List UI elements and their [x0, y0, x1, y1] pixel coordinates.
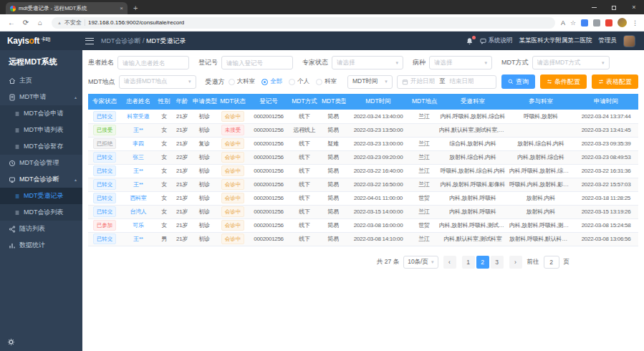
radio-dept[interactable]: 科室: [316, 77, 337, 86]
bookmark-star-icon[interactable]: ☆: [570, 19, 576, 27]
table-row[interactable]: 已拒绝李四女21岁复诊会诊中0002001256线下疑难2022-03-23 1…: [88, 137, 638, 150]
sidebar-item-label: MDT受邀记录: [24, 191, 64, 201]
settings-gear-icon[interactable]: [7, 338, 15, 346]
user-role[interactable]: 管理员: [599, 37, 617, 45]
security-warning-label[interactable]: 不安全: [64, 19, 82, 27]
radio-icon: [261, 79, 268, 85]
home-icon: [9, 77, 16, 85]
page-button-3[interactable]: 3: [491, 256, 504, 269]
pager-pages: 123: [461, 256, 504, 269]
condition-config-button[interactable]: 条件配置: [540, 74, 587, 89]
sidebar-item-mdt-invite-records[interactable]: MDT受邀记录: [0, 188, 82, 204]
mdt-status-badge: 会诊中: [221, 193, 245, 203]
patient-name-link[interactable]: 王**: [133, 168, 143, 174]
sidebar-item-home[interactable]: 主页: [0, 72, 82, 89]
security-warning-icon[interactable]: ▲: [57, 21, 62, 25]
url-text[interactable]: 192.168.0.156:9002/consultale/record: [88, 19, 184, 26]
logo-cn-text: 卡晤: [41, 37, 50, 42]
patient-name-link[interactable]: 科室受邀: [128, 113, 150, 120]
browser-tab[interactable]: mdt受邀记录 - 远程MDT系统 ×: [6, 2, 128, 14]
mdt-status-badge: 会诊中: [221, 179, 245, 190]
browser-menu-icon[interactable]: ⋮: [632, 19, 638, 27]
reload-icon[interactable]: ⟳: [20, 19, 32, 27]
sidebar-item-followup-list[interactable]: 随访列表: [0, 221, 82, 237]
table-config-button[interactable]: 表格配置: [592, 74, 638, 89]
patient-name-link[interactable]: 可乐: [133, 222, 143, 229]
minimize-button[interactable]: [584, 0, 604, 14]
close-window-button[interactable]: ×: [624, 0, 644, 14]
sidebar-item-mdt-apply[interactable]: MDT申请 ▴: [0, 89, 82, 105]
filter-invitee: 受邀方 大科室 全部 个人 科室: [206, 77, 344, 87]
records-table: 专家状态患者姓名性别年龄申请类型MDT状态登记号MDT方式MDT类型MDT时间M…: [88, 94, 638, 246]
patient-name-link[interactable]: 王**: [133, 181, 143, 188]
mdt-time-field-select[interactable]: MDT时间 ▾: [347, 75, 393, 89]
page-size-select[interactable]: 10条/页 ▾: [403, 256, 438, 269]
user-avatar[interactable]: [623, 35, 635, 47]
radio-personal[interactable]: 个人: [289, 77, 309, 86]
patient-name-link[interactable]: 王**: [133, 127, 143, 133]
breadcrumb-parent[interactable]: MDT会诊诊断: [101, 37, 141, 44]
sidebar-item-mdt-consult-apply[interactable]: MDT会诊申请: [0, 105, 82, 122]
page-button-2[interactable]: 2: [476, 256, 489, 269]
mdt-mode-select[interactable]: 请选择MDT方式 ▾: [532, 56, 610, 69]
sidebar-item-mdt-draft[interactable]: MDT会诊暂存: [0, 138, 82, 155]
extension-icon[interactable]: [605, 19, 612, 27]
extension-icon[interactable]: [581, 19, 588, 27]
radio-big-dept[interactable]: 大科室: [229, 77, 256, 86]
patient-name-link[interactable]: 李四: [133, 140, 143, 147]
patient-name-link[interactable]: 西科室: [130, 195, 146, 201]
search-button[interactable]: 查询: [501, 74, 535, 89]
next-page-button[interactable]: ›: [509, 256, 522, 269]
patient-name-link[interactable]: 张三: [133, 154, 143, 160]
maximize-button[interactable]: [604, 0, 624, 14]
back-icon[interactable]: ←: [6, 19, 17, 27]
mdt-place-select[interactable]: 请选择MDT地点 ▾: [119, 75, 196, 89]
sliders-icon: [598, 79, 604, 85]
disease-select[interactable]: 请选择 ▾: [429, 56, 492, 69]
table-row[interactable]: 已转交科室受邀女21岁初诊会诊中0002001256线下简易2022-03-24…: [88, 110, 638, 123]
sidebar-item-statistics[interactable]: 数据统计: [0, 237, 82, 254]
mdt-status-badge: 会诊中: [221, 138, 245, 149]
column-header: 患者姓名: [121, 94, 155, 110]
expert-status-select[interactable]: 请选择 ▾: [332, 56, 403, 69]
extension-icon[interactable]: [593, 19, 600, 27]
patient-name-link[interactable]: 王**: [133, 236, 143, 242]
browser-profile-avatar[interactable]: [617, 18, 627, 27]
system-note-button[interactable]: 系统说明: [480, 37, 513, 45]
table-row[interactable]: 已转交王**男21岁初诊会诊中0002001256线下简易2022-03-08 …: [88, 232, 638, 246]
table-row[interactable]: 已转交台湾人女21岁初诊会诊中0002001256线下简易2022-03-15 …: [88, 205, 638, 218]
patient-name-input[interactable]: [117, 56, 189, 69]
url-bar[interactable]: ▲ 不安全 192.168.0.156:9002/consultale/reco…: [52, 17, 555, 29]
register-no-input[interactable]: [221, 56, 293, 69]
notification-bell-icon[interactable]: [466, 37, 474, 45]
sidebar-item-mdt-consult-list[interactable]: MDT会诊列表: [0, 204, 82, 221]
share-icon: [9, 226, 16, 233]
translate-icon[interactable]: A: [561, 19, 565, 27]
radio-all[interactable]: 全部: [261, 77, 282, 86]
table-row[interactable]: 已转交张三女22岁初诊会诊中0002001256线下简易2022-03-23 0…: [88, 150, 638, 164]
sidebar-item-mdt-manage[interactable]: MDT会诊管理: [0, 155, 82, 171]
sidebar-item-mdt-apply-list[interactable]: MDT申请列表: [0, 122, 82, 138]
table-row[interactable]: 已参加可乐女21岁初诊会诊中0002001256线下简易2022-03-08 1…: [88, 218, 638, 232]
table-row[interactable]: 已转交王**女21岁初诊会诊中0002001256线下简易2022-03-22 …: [88, 178, 638, 191]
expert-status-badge: 已转交: [93, 152, 117, 163]
prev-page-button[interactable]: ‹: [443, 256, 456, 269]
tab-close-icon[interactable]: ×: [120, 5, 123, 11]
home-icon[interactable]: ⌂: [34, 19, 46, 27]
new-tab-button[interactable]: +: [133, 4, 138, 12]
table-row[interactable]: 已转交王**女21岁初诊会诊中0002001256线下简易2022-03-22 …: [88, 164, 638, 178]
select-placeholder: 请选择MDT方式: [537, 59, 600, 67]
table-row[interactable]: 已接受王**女21岁初诊未接受0002001256远程线上简易2022-03-2…: [88, 123, 638, 137]
date-range-picker[interactable]: 开始日期 至 结束日期: [397, 75, 496, 89]
browser-titlebar: mdt受邀记录 - 远程MDT系统 × + ×: [0, 0, 644, 14]
total-count: 共 27 条: [377, 258, 399, 266]
table-row[interactable]: 已转交西科室女21岁初诊会诊中0002001256线下简易2022-04-01 …: [88, 191, 638, 205]
sidebar-item-mdt-diagnosis[interactable]: MDT会诊诊断 ▴: [0, 171, 82, 188]
breadcrumb: MDT会诊诊断 / MDT受邀记录: [101, 37, 186, 46]
chevron-up-icon: ▴: [75, 95, 77, 100]
goto-page-input[interactable]: [544, 256, 559, 269]
addressbar-tools: A ☆ ⋮: [561, 18, 638, 27]
page-button-1[interactable]: 1: [462, 256, 475, 269]
hamburger-menu-icon[interactable]: [85, 38, 94, 44]
patient-name-link[interactable]: 台湾人: [130, 208, 146, 215]
